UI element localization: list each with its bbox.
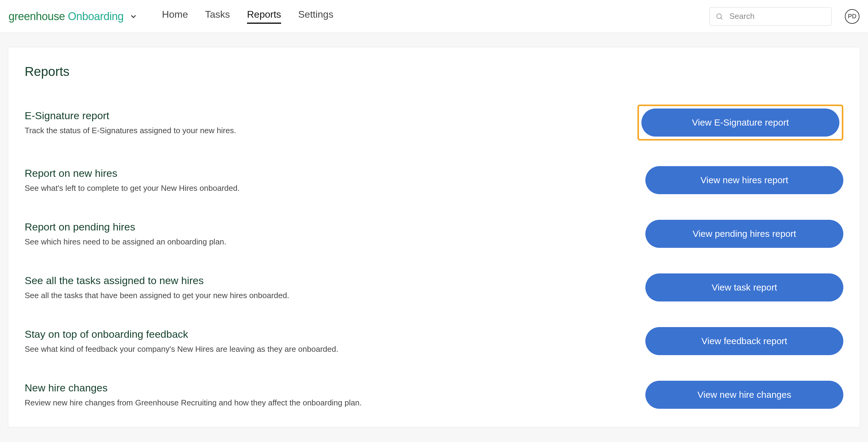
nav-item-reports[interactable]: Reports [247,9,281,24]
report-title: New hire changes [25,382,645,394]
report-button-wrap: View feedback report [645,327,843,355]
topbar: greenhouse Onboarding HomeTasksReportsSe… [0,0,868,33]
report-description: Track the status of E-Signatures assigne… [25,126,638,135]
view-report-button-esignature[interactable]: View E-Signature report [642,109,839,137]
report-title: E-Signature report [25,110,638,122]
report-info: Stay on top of onboarding feedbackSee wh… [25,328,645,354]
view-report-button-pending-hires[interactable]: View pending hires report [645,220,843,248]
page-body: Reports E-Signature reportTrack the stat… [0,33,868,442]
report-row-changes: New hire changesReview new hire changes … [25,381,843,409]
report-button-wrap: View new hire changes [645,381,843,409]
product-switcher[interactable]: greenhouse Onboarding [8,10,138,23]
logo-word-2: Onboarding [65,10,124,23]
highlight-box: View E-Signature report [638,105,843,141]
report-title: See all the tasks assigned to new hires [25,275,645,287]
avatar[interactable]: PD [845,9,860,24]
report-info: See all the tasks assigned to new hiresS… [25,275,645,300]
report-button-wrap: View pending hires report [645,220,843,248]
report-button-wrap: View E-Signature report [638,105,843,141]
report-button-wrap: View task report [645,273,843,301]
report-row-feedback: Stay on top of onboarding feedbackSee wh… [25,327,843,355]
report-row-tasks: See all the tasks assigned to new hiresS… [25,273,843,301]
logo-word-1: greenhouse [8,10,65,23]
report-title: Report on new hires [25,167,645,179]
report-row-esignature: E-Signature reportTrack the status of E-… [25,105,843,141]
chevron-down-icon [129,12,138,21]
search-box[interactable] [710,7,832,26]
report-description: Review new hire changes from Greenhouse … [25,398,645,408]
report-info: Report on new hiresSee what's left to co… [25,167,645,193]
nav-item-home[interactable]: Home [162,9,188,24]
report-description: See what kind of feedback your company's… [25,345,645,354]
report-title: Report on pending hires [25,221,645,233]
nav-item-tasks[interactable]: Tasks [205,9,230,24]
report-info: E-Signature reportTrack the status of E-… [25,110,638,135]
report-description: See all the tasks that have been assigne… [25,291,645,300]
reports-panel: Reports E-Signature reportTrack the stat… [8,47,860,428]
report-info: New hire changesReview new hire changes … [25,382,645,408]
view-report-button-changes[interactable]: View new hire changes [645,381,843,409]
logo: greenhouse Onboarding [8,10,124,23]
report-row-pending-hires: Report on pending hiresSee which hires n… [25,220,843,248]
view-report-button-new-hires[interactable]: View new hires report [645,166,843,194]
main-nav: HomeTasksReportsSettings [162,9,334,24]
report-description: See what's left to complete to get your … [25,183,645,193]
svg-point-0 [717,14,721,18]
nav-item-settings[interactable]: Settings [298,9,334,24]
svg-line-1 [721,18,722,19]
report-info: Report on pending hiresSee which hires n… [25,221,645,246]
report-row-new-hires: Report on new hiresSee what's left to co… [25,166,843,194]
search-input[interactable] [730,11,826,21]
page-title: Reports [25,64,843,79]
avatar-initials: PD [848,13,857,20]
view-report-button-feedback[interactable]: View feedback report [645,327,843,355]
report-button-wrap: View new hires report [645,166,843,194]
view-report-button-tasks[interactable]: View task report [645,273,843,301]
report-description: See which hires need to be assigned an o… [25,237,645,246]
search-icon [715,12,723,21]
topbar-right: PD [710,7,860,26]
report-title: Stay on top of onboarding feedback [25,328,645,340]
